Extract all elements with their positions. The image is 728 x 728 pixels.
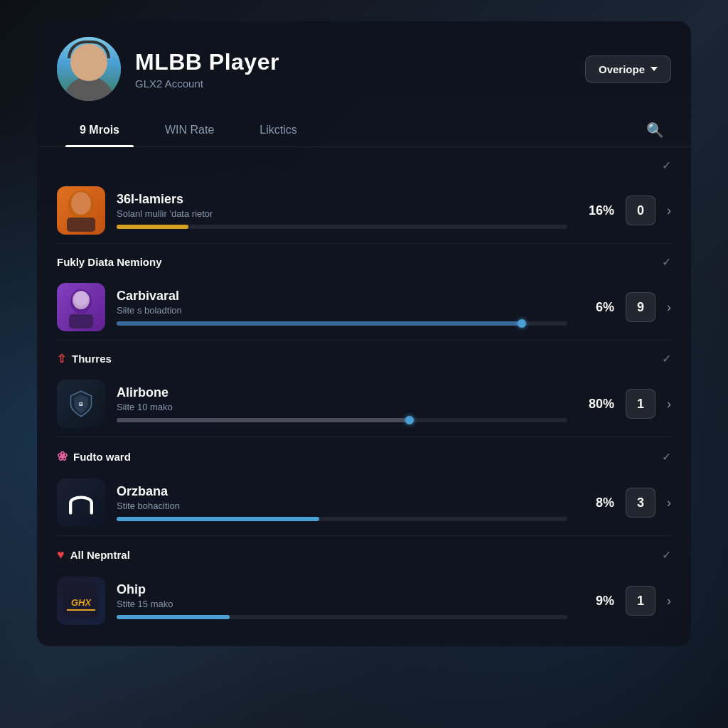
- list-item: GHΧ Ohip Stite 15 mako 9% 1 ›: [57, 568, 671, 625]
- avatar-face: [70, 44, 107, 81]
- item-4-sub: Stite bohacition: [117, 500, 567, 511]
- content-area: ✓ 36I-lamiers Solanl mullir 'data rietor…: [37, 147, 691, 646]
- section-3-label: ⇧ Thurres: [57, 352, 112, 365]
- item-2-percent: 6%: [579, 300, 614, 315]
- header: MLBB Player GLX2 Account Overiope: [37, 21, 691, 101]
- item-4-progress: [117, 517, 567, 521]
- section-3-check: ✓: [662, 352, 671, 365]
- item-4-arrow[interactable]: ›: [667, 496, 671, 510]
- svg-point-1: [71, 192, 91, 215]
- item-5-avatar: GHΧ: [57, 577, 105, 625]
- item-5-percent: 9%: [579, 594, 614, 609]
- server-label: Overiope: [599, 63, 645, 75]
- section-4-check: ✓: [662, 450, 671, 464]
- player-info: MLBB Player GLX2 Account: [135, 49, 571, 90]
- item-1-bar: [117, 225, 188, 229]
- list-item: 36I-lamiers Solanl mullir 'data rietor 1…: [57, 178, 671, 235]
- section-5-header: ♥ All Nepntral ✓: [57, 536, 671, 568]
- item-4-avatar: [57, 478, 105, 527]
- item-1-name: 36I-lamiers: [117, 192, 567, 207]
- item-3-bar: [117, 418, 410, 422]
- item-2-dot: [518, 319, 526, 328]
- player-name: MLBB Player: [135, 49, 571, 75]
- section-1-header: ✓: [57, 147, 671, 178]
- item-3-sub: Siite 10 mako: [117, 402, 567, 412]
- item-2-info: Carbivaral Siite s boladtion: [117, 289, 567, 326]
- tabs-bar: 9 Mrois WIN Rate Likctics 🔍: [37, 114, 691, 147]
- player-account: GLX2 Account: [135, 77, 571, 90]
- section-3-header: ⇧ Thurres ✓: [57, 341, 671, 371]
- section-2-check: ✓: [662, 255, 671, 269]
- item-1-badge: 0: [626, 196, 655, 225]
- tab-9mrois[interactable]: 9 Mrois: [57, 114, 142, 146]
- item-1-sub: Solanl mullir 'data rietor: [117, 208, 567, 219]
- item-3-name: Alirbone: [117, 385, 567, 400]
- item-3-info: Alirbone Siite 10 mako: [117, 385, 567, 422]
- item-2-arrow[interactable]: ›: [667, 300, 671, 315]
- item-3-arrow[interactable]: ›: [667, 397, 671, 412]
- section-2-label: Fukly Diata Nemiony: [57, 256, 162, 268]
- heart-red-icon: ♥: [57, 547, 65, 562]
- item-5-sub: Stite 15 mako: [117, 599, 567, 609]
- shield-svg: B: [68, 389, 94, 419]
- item-1-avatar: [57, 186, 105, 235]
- item-1-avatar-svg: [63, 189, 99, 232]
- section-5-text: All Nepntral: [70, 549, 130, 561]
- arrow-up-red-icon: ⇧: [57, 352, 66, 365]
- list-item: Orzbana Stite bohacition 8% 3 ›: [57, 470, 671, 527]
- svg-rect-2: [67, 218, 95, 232]
- ghx-svg: GHΧ: [63, 583, 99, 619]
- tab-likctics[interactable]: Likctics: [237, 114, 319, 146]
- item-2-name: Carbivaral: [117, 289, 567, 304]
- list-item: B Alirbone Siite 10 mako 80% 1 ›: [57, 371, 671, 428]
- bottom-spacer: [57, 625, 671, 646]
- item-3-percent: 80%: [579, 397, 614, 412]
- item-1-progress: [117, 225, 567, 229]
- item-5-arrow[interactable]: ›: [667, 594, 671, 609]
- server-button[interactable]: Overiope: [585, 55, 671, 83]
- list-item: Carbivaral Siite s boladtion 6% 9 ›: [57, 274, 671, 331]
- tab-winrate[interactable]: WIN Rate: [142, 114, 237, 146]
- svg-point-5: [74, 291, 88, 306]
- item-3-dot: [405, 416, 414, 424]
- section-2-header: Fukly Diata Nemiony ✓: [57, 244, 671, 274]
- section-4-text: Fudto ward: [73, 451, 131, 463]
- item-2-avatar-svg: [63, 286, 99, 328]
- section-5-label: ♥ All Nepntral: [57, 547, 130, 562]
- item-1-arrow[interactable]: ›: [667, 203, 671, 218]
- item-2-progress: [117, 321, 567, 326]
- section-4-header: ❀ Fudto ward ✓: [57, 437, 671, 470]
- item-4-info: Orzbana Stite bohacition: [117, 484, 567, 521]
- player-avatar: [57, 37, 121, 101]
- item-4-name: Orzbana: [117, 484, 567, 499]
- item-4-bar: [117, 517, 319, 521]
- item-3-avatar: B: [57, 380, 105, 428]
- item-2-badge: 9: [626, 292, 655, 322]
- item-2-bar: [117, 321, 523, 326]
- item-5-name: Ohip: [117, 582, 567, 597]
- svg-text:GHΧ: GHΧ: [71, 597, 92, 608]
- arch-svg: [67, 491, 95, 515]
- item-4-percent: 8%: [579, 496, 614, 510]
- main-card: MLBB Player GLX2 Account Overiope 9 Mroi…: [37, 21, 691, 646]
- svg-text:B: B: [79, 401, 83, 407]
- item-5-info: Ohip Stite 15 mako: [117, 582, 567, 619]
- chevron-down-icon: [651, 67, 658, 71]
- svg-rect-6: [69, 314, 93, 328]
- pink-flower-icon: ❀: [57, 449, 68, 464]
- item-1-percent: 16%: [579, 203, 614, 218]
- item-3-progress: [117, 418, 567, 422]
- section-1-check: ✓: [662, 159, 671, 172]
- section-4-label: ❀ Fudto ward: [57, 449, 131, 464]
- item-4-badge: 3: [626, 488, 655, 518]
- item-3-badge: 1: [626, 389, 655, 419]
- item-1-info: 36I-lamiers Solanl mullir 'data rietor: [117, 192, 567, 229]
- item-5-badge: 1: [626, 586, 655, 616]
- search-icon[interactable]: 🔍: [639, 114, 671, 146]
- item-2-avatar: [57, 283, 105, 331]
- section-5-check: ✓: [662, 548, 671, 562]
- item-2-sub: Siite s boladtion: [117, 305, 567, 316]
- item-5-progress: [117, 615, 567, 619]
- section-3-text: Thurres: [72, 353, 112, 365]
- item-5-bar: [117, 615, 230, 619]
